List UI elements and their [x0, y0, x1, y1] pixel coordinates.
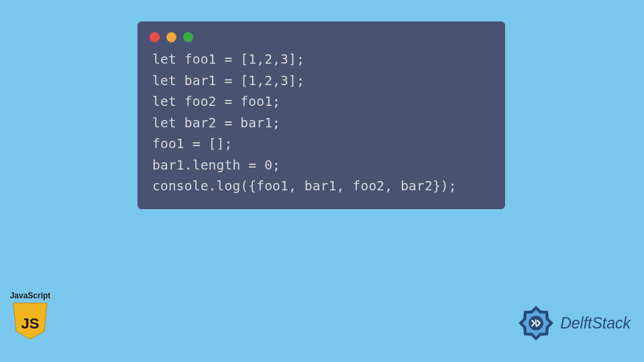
svg-line-1: [536, 320, 537, 326]
brand: DelftStack: [517, 304, 631, 342]
brand-name: DelftStack: [560, 314, 631, 333]
window-controls: [138, 21, 505, 49]
minimize-dot-icon: [166, 32, 176, 42]
js-text: JS: [21, 315, 40, 332]
brand-logo-icon: [517, 304, 555, 342]
code-window: let foo1 = [1,2,3]; let bar1 = [1,2,3]; …: [138, 21, 505, 209]
code-block: let foo1 = [1,2,3]; let bar1 = [1,2,3]; …: [138, 49, 505, 197]
maximize-dot-icon: [183, 32, 193, 42]
close-dot-icon: [150, 32, 160, 42]
javascript-badge: JavaScript JS: [8, 291, 52, 343]
badge-label: JavaScript: [8, 291, 52, 300]
javascript-shield-icon: JS: [12, 302, 48, 341]
